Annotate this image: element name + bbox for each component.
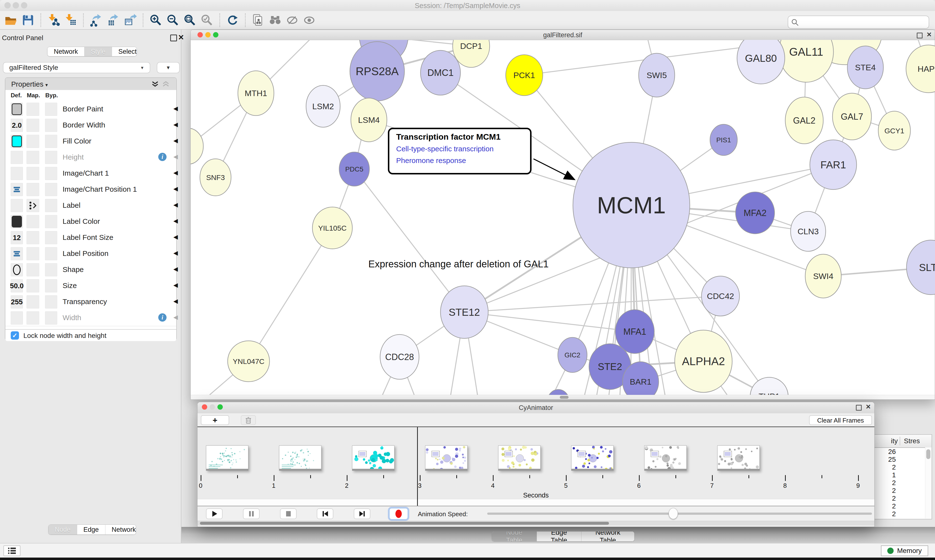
byp-cell[interactable] — [45, 215, 57, 228]
memory-button[interactable]: Memory — [881, 545, 928, 556]
def-cell[interactable]: 255 — [11, 295, 23, 308]
clear-all-frames-button[interactable]: Clear All Frames — [809, 415, 872, 425]
table-scrollbar[interactable] — [925, 448, 932, 518]
network-node-far1[interactable]: FAR1 — [810, 140, 856, 189]
byp-cell[interactable] — [45, 247, 57, 260]
property-row-border-paint[interactable]: Border Paint◀ — [5, 101, 176, 117]
refresh-layout-button[interactable] — [225, 13, 239, 28]
property-row-transparency[interactable]: 255Transparency◀ — [5, 294, 176, 310]
table-scrollbar-thumb[interactable] — [926, 449, 930, 459]
canvas-annotation-text[interactable]: Expression change after deletion of GAL1 — [337, 258, 580, 269]
def-cell[interactable] — [11, 311, 23, 325]
tab-network-style[interactable]: Network — [105, 525, 136, 534]
zoom-fit-button[interactable] — [183, 13, 197, 28]
info-icon[interactable]: i — [158, 313, 167, 322]
property-row-label-font-size[interactable]: 12Label Font Size◀ — [5, 230, 176, 246]
tab-network[interactable]: Network — [48, 47, 85, 56]
map-cell[interactable] — [26, 295, 39, 308]
network-node-gal2[interactable]: GAL2 — [785, 97, 823, 144]
def-cell[interactable] — [11, 167, 23, 180]
property-row-border-width[interactable]: 2.0Border Width◀ — [5, 117, 176, 134]
network-node-lsm4[interactable]: LSM4 — [351, 98, 387, 142]
def-cell[interactable]: 2.0 — [11, 119, 23, 132]
network-node-slt2[interactable]: SLT2 — [907, 240, 935, 295]
map-cell[interactable] — [26, 103, 39, 116]
style-options-button[interactable]: ▼ — [157, 62, 180, 73]
network-edge[interactable] — [354, 169, 464, 312]
expand-row-icon[interactable]: ◀ — [173, 202, 178, 208]
byp-cell[interactable] — [45, 279, 57, 292]
properties-header[interactable]: Properties ▾ — [5, 78, 176, 90]
expand-all-icon[interactable] — [151, 81, 159, 88]
annotation-box[interactable]: Transcription factor MCM1 Cell-type-spec… — [388, 128, 532, 174]
map-cell[interactable] — [26, 183, 39, 196]
byp-cell[interactable] — [45, 151, 57, 164]
byp-cell[interactable] — [45, 119, 57, 132]
open-session-button[interactable] — [4, 13, 18, 28]
network-node-gal7[interactable]: GAL7 — [833, 93, 872, 140]
tab-node[interactable]: Node — [48, 525, 77, 534]
def-cell[interactable] — [11, 199, 23, 212]
skip-to-start-button[interactable] — [317, 508, 333, 519]
tab-style[interactable]: Style — [85, 47, 112, 56]
network-horizontal-scrollbar[interactable] — [191, 395, 935, 400]
frame-thumbnail-5[interactable] — [571, 445, 614, 471]
close-panel-icon[interactable]: ✕ — [178, 33, 184, 42]
show-details-button[interactable] — [302, 13, 316, 28]
frame-thumbnail-1[interactable] — [279, 445, 321, 471]
skip-to-end-button[interactable] — [354, 508, 370, 519]
collapse-all-icon[interactable] — [162, 81, 170, 88]
import-network-button[interactable] — [46, 13, 61, 28]
tab-select[interactable]: Select — [112, 47, 137, 56]
property-row-label-color[interactable]: Label Color◀ — [5, 214, 176, 230]
export-network-button[interactable] — [89, 13, 103, 28]
network-node-lsm2[interactable]: LSM2 — [306, 85, 340, 127]
expand-row-icon[interactable]: ◀ — [173, 137, 178, 144]
expand-row-icon[interactable]: ◀ — [173, 105, 178, 112]
def-cell[interactable] — [11, 247, 23, 260]
export-image-button[interactable] — [123, 13, 137, 28]
table-column-ity[interactable]: ity — [872, 437, 898, 445]
frame-thumbnail-4[interactable] — [498, 445, 540, 471]
tab-edge[interactable]: Edge — [77, 525, 105, 534]
network-node-dmc1[interactable]: DMC1 — [421, 50, 460, 95]
network-node-pis1[interactable]: PIS1 — [710, 124, 737, 155]
frame-thumbnail-7[interactable] — [717, 445, 760, 471]
byp-cell[interactable] — [45, 263, 57, 276]
zoom-out-button[interactable] — [166, 13, 180, 28]
expand-row-icon[interactable]: ◀ — [173, 249, 178, 256]
property-row-width[interactable]: Widthi◀ — [5, 310, 176, 326]
network-document-button[interactable] — [251, 13, 265, 28]
network-node-yil105c[interactable]: YIL105C — [312, 207, 352, 249]
network-node-edge_l[interactable] — [191, 128, 203, 164]
network-edge[interactable] — [248, 228, 332, 361]
network-node-mth1[interactable]: MTH1 — [238, 71, 274, 115]
record-button[interactable] — [389, 508, 408, 520]
network-node-tup1[interactable]: TUP1 — [750, 377, 788, 395]
property-row-size[interactable]: 50.0Size◀ — [5, 278, 176, 294]
byp-cell[interactable] — [45, 135, 57, 148]
tab-network-table[interactable]: Network Table — [582, 532, 634, 541]
zoom-in-button[interactable] — [149, 13, 163, 28]
map-cell[interactable] — [26, 119, 39, 132]
scrollbar-thumb[interactable] — [560, 396, 569, 399]
info-icon[interactable]: i — [158, 153, 167, 161]
def-cell[interactable]: 12 — [11, 231, 23, 244]
table-column-stres[interactable]: Stres — [900, 437, 924, 445]
timeline-scrollbar-thumb[interactable] — [200, 522, 609, 525]
network-node-gic2[interactable]: GIC2 — [558, 337, 587, 372]
annotation-link-2[interactable]: Pheromone response — [396, 157, 466, 165]
task-history-button[interactable] — [3, 545, 20, 556]
timeline-scrollbar[interactable] — [197, 521, 874, 525]
expand-row-icon[interactable]: ◀ — [173, 266, 178, 272]
stop-button[interactable] — [280, 508, 296, 519]
network-node-cdc28[interactable]: CDC28 — [380, 334, 419, 379]
network-node-swi5[interactable]: SWI5 — [639, 53, 675, 97]
add-frame-button[interactable]: + — [201, 415, 229, 425]
network-canvas[interactable]: RPS28BDCP1RPS28ADMC1PCK1SWI5GAL11GAL80ST… — [191, 40, 935, 395]
import-table-button[interactable] — [63, 13, 78, 28]
close-view-icon[interactable]: ✕ — [866, 403, 871, 411]
tab-edge-table[interactable]: Edge Table — [537, 532, 582, 541]
frame-thumbnail-6[interactable] — [644, 445, 687, 471]
network-node-ynl047c[interactable]: YNL047C — [228, 341, 270, 382]
